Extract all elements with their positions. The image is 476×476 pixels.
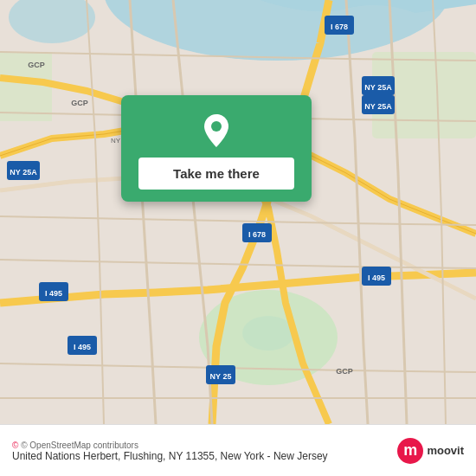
moovit-text: moovit [427, 444, 464, 457]
openstreetmap-credit: © © OpenStreetMap contributors [12, 441, 397, 450]
svg-text:I 678: I 678 [331, 23, 348, 31]
svg-text:NY 25: NY 25 [210, 372, 232, 381]
map-svg: I 678 NY 25A NY 25A NY 25A I 678 I 495 I… [0, 0, 476, 424]
take-me-there-button[interactable]: Take me there [138, 158, 294, 190]
svg-point-29 [211, 121, 222, 132]
moovit-logo: m moovit [397, 438, 464, 464]
svg-text:GCP: GCP [71, 99, 88, 107]
svg-text:NY 25A: NY 25A [364, 83, 392, 92]
svg-text:GCP: GCP [28, 61, 45, 69]
map-container: I 678 NY 25A NY 25A NY 25A I 678 I 495 I… [0, 0, 476, 424]
address-text: United Nations Herbert, Flushing, NY 113… [12, 450, 397, 462]
moovit-m-icon: m [397, 438, 423, 464]
bottom-bar: © © OpenStreetMap contributors United Na… [0, 424, 476, 476]
svg-text:I 495: I 495 [45, 289, 62, 298]
credit-text: © OpenStreetMap contributors [21, 441, 138, 450]
location-card: Take me there [121, 95, 312, 202]
svg-text:GCP: GCP [336, 367, 353, 376]
svg-text:NY 25A: NY 25A [10, 168, 37, 177]
svg-text:I 678: I 678 [248, 230, 266, 239]
copyright-symbol: © [12, 441, 18, 450]
svg-text:I 495: I 495 [74, 343, 91, 351]
svg-text:NY 25A: NY 25A [364, 102, 392, 111]
svg-text:NY: NY [111, 137, 121, 145]
location-pin-icon [197, 111, 235, 149]
svg-text:I 495: I 495 [368, 273, 385, 282]
